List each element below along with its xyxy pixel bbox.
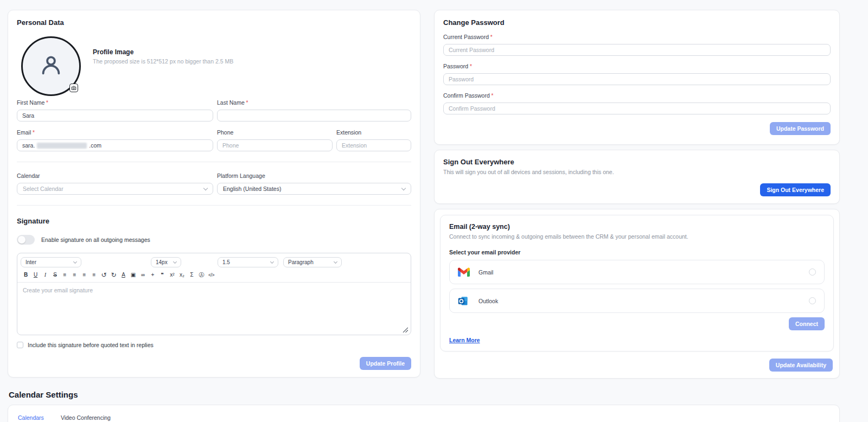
tab-calendars[interactable]: Calendars — [17, 413, 45, 422]
email-label: Email — [17, 129, 213, 136]
first-name-label: First Name — [17, 99, 213, 106]
connect-button[interactable]: Connect — [789, 317, 825, 330]
settings-page: Personal Data — [0, 0, 868, 422]
last-name-label: Last Name — [217, 99, 411, 106]
align-right-icon[interactable]: ≡ — [80, 271, 89, 279]
font-size-value: 14px — [156, 259, 168, 265]
profile-image-hint: The proposed size is 512*512 px no bigge… — [93, 58, 233, 65]
outlook-icon — [458, 295, 471, 307]
email-field[interactable]: sara..com — [17, 139, 213, 151]
calendar-label: Calendar — [17, 172, 213, 179]
gmail-radio[interactable] — [809, 268, 816, 276]
align-left-icon[interactable]: ≡ — [60, 271, 69, 279]
link-icon[interactable]: ∞ — [138, 271, 148, 279]
italic-icon[interactable]: I — [41, 271, 50, 279]
update-password-button[interactable]: Update Password — [770, 122, 831, 135]
signature-placeholder: Create your email signature — [23, 287, 93, 293]
person-icon — [39, 53, 63, 80]
first-name-input[interactable] — [17, 110, 213, 122]
font-family-value: Inter — [25, 259, 36, 265]
sign-out-description: This will sign you out of all devices an… — [443, 169, 831, 175]
resize-handle-icon[interactable] — [403, 327, 408, 333]
calendar-settings-title: Calendar Settings — [9, 390, 840, 399]
chevron-down-icon — [203, 186, 208, 190]
update-availability-button[interactable]: Update Availability — [769, 359, 833, 372]
update-profile-button[interactable]: Update Profile — [360, 357, 411, 370]
editor-toolbar: BUIS≡≡≡≡↺↻A▣∞+❞x²x₂ΣⒶ</> — [17, 269, 411, 282]
image-icon[interactable]: ▣ — [129, 271, 138, 279]
align-center-icon[interactable]: ≡ — [70, 271, 79, 279]
availability-card: Email (2-way sync) Connect to sync incom… — [434, 209, 840, 379]
line-height-value: 1.5 — [222, 259, 230, 265]
platform-language-value: English (United States) — [223, 186, 281, 192]
email-redacted-segment — [37, 143, 87, 149]
redo-icon[interactable]: ↻ — [109, 271, 118, 279]
profile-image-upload[interactable] — [21, 36, 81, 96]
last-name-input[interactable] — [217, 110, 411, 122]
chevron-down-icon — [173, 259, 177, 263]
calendar-settings-card: Calendars Video Conferencing Connected C… — [8, 405, 840, 422]
toggle-knob — [18, 236, 25, 244]
extension-input[interactable] — [336, 139, 411, 151]
calendar-select-placeholder: Select Calendar — [23, 186, 63, 192]
change-password-card: Change Password Current Password Passwor… — [434, 10, 840, 145]
confirm-password-input[interactable] — [443, 103, 831, 114]
provider-option-gmail[interactable]: Gmail — [449, 260, 825, 284]
email-value-prefix: sara. — [22, 142, 35, 149]
provider-name: Outlook — [478, 298, 498, 304]
platform-language-select[interactable]: English (United States) — [217, 183, 411, 195]
paragraph-format-select[interactable]: Paragraph — [283, 257, 342, 267]
sign-out-title: Sign Out Everywhere — [443, 158, 831, 166]
personal-data-title: Personal Data — [17, 18, 411, 27]
line-height-select[interactable]: 1.5 — [218, 257, 278, 267]
calendar-tabs: Calendars Video Conferencing — [17, 413, 831, 422]
sign-out-card: Sign Out Everywhere This will sign you o… — [434, 150, 840, 204]
font-size-select[interactable]: 14px — [151, 257, 181, 267]
chevron-down-icon — [401, 186, 406, 190]
email-sync-card: Email (2-way sync) Connect to sync incom… — [440, 215, 834, 351]
underline-icon[interactable]: U — [31, 271, 40, 279]
password-label: Password — [443, 63, 831, 69]
bold-icon[interactable]: B — [21, 271, 30, 279]
signature-toggle[interactable] — [17, 235, 35, 245]
blockquote-icon[interactable]: ❞ — [158, 271, 167, 279]
chevron-down-icon — [73, 259, 77, 263]
strikethrough-icon[interactable]: S — [50, 271, 60, 279]
font-family-select[interactable]: Inter — [21, 257, 81, 267]
spellcheck-icon[interactable]: Ⓐ — [197, 271, 206, 279]
phone-input[interactable] — [217, 139, 333, 151]
password-input[interactable] — [443, 73, 831, 85]
source-code-icon[interactable]: </> — [207, 271, 216, 279]
change-password-title: Change Password — [443, 18, 831, 27]
include-signature-checkbox[interactable] — [17, 342, 23, 348]
current-password-label: Current Password — [443, 34, 831, 40]
gmail-icon — [458, 266, 471, 278]
email-provider-label: Select your email provider — [449, 249, 825, 255]
learn-more-link[interactable]: Learn More — [449, 337, 480, 343]
outlook-radio[interactable] — [809, 297, 816, 304]
sign-out-everywhere-button[interactable]: Sign Out Everywhere — [760, 183, 831, 196]
signature-textarea[interactable]: Create your email signature — [17, 282, 411, 335]
clear-format-icon[interactable]: Σ — [187, 271, 196, 279]
personal-data-card: Personal Data — [8, 10, 420, 378]
current-password-input[interactable] — [443, 44, 831, 56]
email-value-suffix: .com — [89, 142, 101, 149]
calendar-select[interactable]: Select Calendar — [17, 183, 213, 195]
tab-video-conferencing[interactable]: Video Conferencing — [60, 413, 112, 422]
phone-label: Phone — [217, 129, 333, 136]
divider — [17, 162, 411, 162]
signature-title: Signature — [17, 217, 411, 225]
font-color-icon[interactable]: A — [119, 271, 128, 279]
paragraph-format-value: Paragraph — [288, 259, 314, 265]
subscript-icon[interactable]: x₂ — [177, 271, 187, 279]
signature-editor: Inter 14px 1.5 Paragraph — [17, 253, 411, 335]
align-justify-icon[interactable]: ≡ — [90, 271, 99, 279]
add-icon[interactable]: + — [148, 271, 157, 279]
include-signature-label: Include this signature before quoted tex… — [28, 342, 154, 348]
provider-option-outlook[interactable]: Outlook — [449, 289, 825, 313]
email-sync-description: Connect to sync incoming & outgoing emai… — [449, 233, 825, 240]
undo-icon[interactable]: ↺ — [99, 271, 108, 279]
provider-name: Gmail — [478, 269, 493, 276]
superscript-icon[interactable]: x² — [168, 271, 177, 279]
camera-icon[interactable] — [69, 84, 78, 92]
